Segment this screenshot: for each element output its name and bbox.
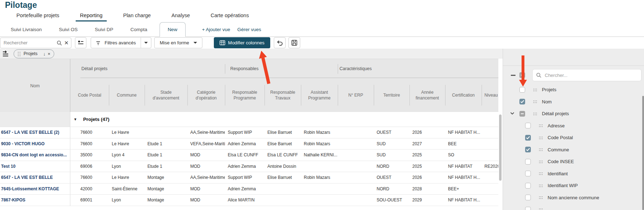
group-row[interactable]: ▼ Projets (47) xyxy=(0,112,498,127)
edit-columns-label: Modifier colonnes xyxy=(228,40,265,45)
edit-columns-button[interactable]: Modifier colonnes xyxy=(214,37,270,48)
column-item-identifiant-wip[interactable]: Identifiant WIP xyxy=(503,180,644,192)
drag-handle-icon[interactable] xyxy=(539,160,542,163)
column-header-nom[interactable]: Nom xyxy=(0,59,70,112)
table-row[interactable]: Test 1069006LyonEtude 1MODAdrien ZemmaAn… xyxy=(0,161,498,172)
column-item-item[interactable] xyxy=(503,204,644,210)
table-vertical-scrollbar[interactable] xyxy=(499,114,502,181)
drag-handle-icon[interactable] xyxy=(539,124,542,127)
drag-handle-icon[interactable] xyxy=(533,112,536,115)
project-name-link[interactable]: 6547 - LA VIE EST BELLE xyxy=(0,172,70,183)
undo-icon xyxy=(276,40,283,46)
view-tab-suivi-dp[interactable]: Suivi DP xyxy=(89,22,120,36)
table-row[interactable]: 7645-Lotissement KOTTAGE42000Saint-Étien… xyxy=(0,184,498,195)
display-options-button[interactable] xyxy=(75,37,86,48)
column-item-identifiant[interactable]: Identifiant xyxy=(503,168,644,180)
column-header-categorie-d-operation[interactable]: Catégorie d'opération xyxy=(187,78,225,112)
column-header-certification[interactable]: Certification xyxy=(445,78,482,112)
manage-views-button[interactable]: Gérer vues xyxy=(234,22,265,36)
clear-search-icon[interactable]: ✕ xyxy=(64,40,69,46)
column-item-nom[interactable]: Nom xyxy=(503,96,644,108)
checkbox-item[interactable] xyxy=(525,207,531,210)
project-name-link[interactable]: 7867-KIPOS xyxy=(0,195,70,206)
cell-commune: Lyon 4 xyxy=(109,150,145,161)
drag-handle-icon[interactable] xyxy=(17,52,21,56)
undo-button[interactable] xyxy=(274,37,286,48)
cell-assistant-programme xyxy=(301,195,338,206)
cell-territoire: SUD xyxy=(374,150,409,161)
checkbox-nom-ancienne-commune[interactable] xyxy=(525,195,531,200)
checkbox-detail-projets[interactable] xyxy=(519,111,525,117)
drag-handle-icon[interactable] xyxy=(539,148,542,151)
view-tab-new[interactable]: New xyxy=(160,22,186,37)
drag-handle-icon[interactable] xyxy=(539,172,542,175)
collapse-panel-minus-icon[interactable] xyxy=(511,75,515,76)
checkbox-nom[interactable] xyxy=(519,99,525,104)
tab-plan-charge[interactable]: Plan charge xyxy=(119,13,155,21)
tab-portefeuille-projets[interactable]: Portefeuille projets xyxy=(12,13,64,21)
view-tab-compta[interactable]: Compta xyxy=(124,22,154,36)
checkbox-commune[interactable] xyxy=(525,147,531,152)
project-name-link[interactable]: Test 10 xyxy=(0,161,70,172)
drag-handle-icon[interactable] xyxy=(539,208,542,210)
checkbox-identifiant[interactable] xyxy=(525,171,531,176)
tab-analyse[interactable]: Analyse xyxy=(167,13,194,21)
view-tab-suivi-os[interactable]: Suivi OS xyxy=(52,22,84,36)
column-header-stade-d-avancement[interactable]: Stade d'avancement xyxy=(145,78,187,112)
checkbox-code-insee[interactable] xyxy=(525,159,531,165)
cell-certification: NF HABITAT H... xyxy=(445,127,482,138)
table-row[interactable]: 6547 - LA VIE EST BELLE (2)76600Le Havre… xyxy=(0,127,498,138)
column-header-annee-financement[interactable]: Année financement xyxy=(409,78,445,112)
checkbox-code-postal[interactable] xyxy=(525,135,531,141)
drag-handle-icon[interactable] xyxy=(539,196,542,199)
table-row[interactable]: 9030 - VICTOR HUGO76600Le HavreEtude 1VE… xyxy=(0,138,498,150)
project-name-link[interactable]: 6547 - LA VIE EST BELLE (2) xyxy=(0,127,70,138)
column-header-responsable-travaux[interactable]: Responsable Travaux xyxy=(265,78,301,112)
column-item-projets[interactable]: Projets xyxy=(503,84,644,96)
group-chip-projets[interactable]: Projets ↓ × xyxy=(14,49,54,58)
table-row[interactable]: 6547 - LA VIE EST BELLE76600Le HavreMont… xyxy=(0,172,498,184)
drag-handle-icon[interactable] xyxy=(533,88,536,91)
drag-handle-icon[interactable] xyxy=(539,184,542,187)
advanced-filters-button[interactable]: Filtres avancés xyxy=(91,37,151,48)
sort-descending-icon[interactable]: ↓ xyxy=(43,51,46,57)
column-header-assistant-programme[interactable]: Assistant Programme xyxy=(301,78,338,112)
column-header-code-postal[interactable]: Code Postal xyxy=(70,78,109,112)
table-row[interactable]: 9834-CN dont logt en accessio...35000Lyo… xyxy=(0,150,498,161)
column-header-responsable-programme[interactable]: Responsable Programme xyxy=(225,78,265,112)
checkbox-adresse[interactable] xyxy=(525,123,531,128)
column-item-code-insee[interactable]: Code INSEE xyxy=(503,156,644,168)
tab-reporting[interactable]: Reporting xyxy=(76,13,107,21)
project-name-link[interactable]: 9834-CN dont logt en accessio... xyxy=(0,150,70,161)
view-tab-suivi-livraison[interactable]: Suivi Livraison xyxy=(4,22,48,36)
cell-annee-financement: 2029 xyxy=(409,195,445,206)
column-item-nom-ancienne-commune[interactable]: Nom ancienne commune xyxy=(503,192,644,204)
collapse-triangle-icon[interactable]: ▼ xyxy=(74,117,77,121)
remove-group-icon[interactable]: × xyxy=(47,51,50,57)
add-view-button[interactable]: + Ajouter vue xyxy=(198,22,234,36)
panel-vertical-scrollbar[interactable] xyxy=(642,96,644,210)
checkbox-identifiant-wip[interactable] xyxy=(525,183,531,189)
drag-handle-icon[interactable] xyxy=(539,136,542,139)
drag-handle-icon[interactable] xyxy=(533,100,536,103)
column-search-input[interactable] xyxy=(532,69,642,81)
checkbox-projets[interactable] xyxy=(519,87,525,93)
table-row[interactable]: 7867-KIPOS69001LyonMontageMODAlice MARTI… xyxy=(0,195,498,206)
column-header-commune[interactable]: Commune xyxy=(109,78,145,112)
chevron-down-icon[interactable] xyxy=(510,112,514,115)
save-button[interactable] xyxy=(288,37,300,48)
column-item-detail-projets[interactable]: Détail projets xyxy=(503,108,644,120)
project-name-link[interactable]: 7645-Lotissement KOTTAGE xyxy=(0,184,70,195)
tab-carte-operations[interactable]: Carte opérations xyxy=(206,13,253,21)
project-name-link[interactable]: 9030 - VICTOR HUGO xyxy=(0,138,70,150)
group-collapse-icon[interactable] xyxy=(2,50,9,57)
column-header-territoire[interactable]: Territoire xyxy=(374,78,409,112)
filters-dropdown-caret[interactable] xyxy=(141,42,151,44)
column-header-niveau-energetique[interactable]: Niveau énergétique xyxy=(482,78,498,112)
column-header-n-erp[interactable]: N° ERP xyxy=(338,78,374,112)
column-item-commune[interactable]: Commune xyxy=(503,144,644,156)
column-item-code-postal[interactable]: Code Postal xyxy=(503,132,644,144)
select-all-columns-checkbox[interactable] xyxy=(519,72,525,78)
formatting-button[interactable]: Mise en forme xyxy=(154,37,202,48)
column-item-adresse[interactable]: Adresse xyxy=(503,120,644,132)
